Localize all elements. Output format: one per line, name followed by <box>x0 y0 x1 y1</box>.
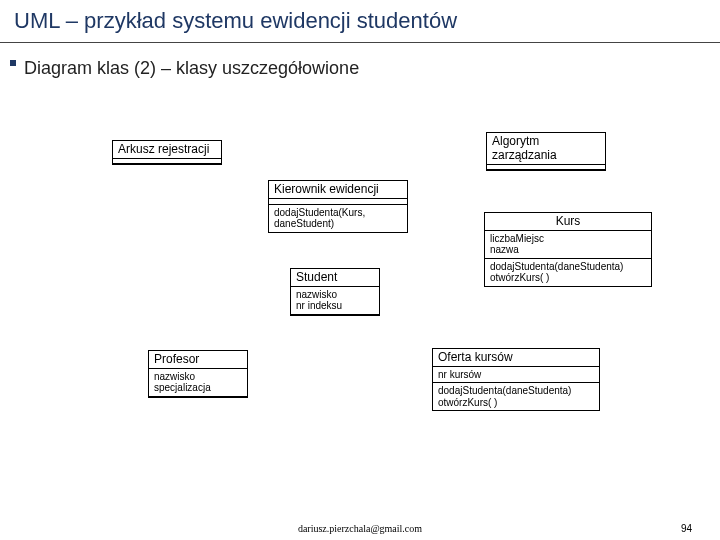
class-name: Arkusz rejestracji <box>113 141 221 159</box>
class-ops: dodajStudenta(daneStudenta)otwórzKurs( ) <box>433 383 599 410</box>
class-attrs: nr kursów <box>433 367 599 384</box>
class-ops: dodajStudenta(daneStudenta)otwórzKurs( ) <box>485 259 651 286</box>
class-arkusz: Arkusz rejestracji <box>112 140 222 165</box>
class-attrs: nazwiskospecjalizacja <box>149 369 247 397</box>
class-attrs <box>487 165 605 170</box>
class-name: Kierownik ewidencji <box>269 181 407 199</box>
class-oferta: Oferta kursów nr kursów dodajStudenta(da… <box>432 348 600 411</box>
class-attrs: liczbaMiejscnazwa <box>485 231 651 259</box>
class-attrs: nazwiskonr indeksu <box>291 287 379 315</box>
class-student: Student nazwiskonr indeksu <box>290 268 380 316</box>
class-profesor: Profesor nazwiskospecjalizacja <box>148 350 248 398</box>
slide-title: UML – przykład systemu ewidencji student… <box>14 8 457 34</box>
class-kierownik: Kierownik ewidencji dodajStudenta(Kurs, … <box>268 180 408 233</box>
class-name: Kurs <box>485 213 651 231</box>
class-kurs: Kurs liczbaMiejscnazwa dodajStudenta(dan… <box>484 212 652 287</box>
slide-subtitle: Diagram klas (2) – klasy uszczegółowione <box>24 58 359 79</box>
class-attrs <box>113 159 221 164</box>
bullet-icon <box>10 60 16 66</box>
class-ops: dodajStudenta(Kurs, daneStudent) <box>269 205 407 232</box>
class-name: Oferta kursów <box>433 349 599 367</box>
class-algorytm: Algorytm zarządzania <box>486 132 606 171</box>
title-divider <box>0 42 720 43</box>
class-name: Algorytm zarządzania <box>487 133 605 165</box>
page-number: 94 <box>681 523 692 534</box>
class-name: Profesor <box>149 351 247 369</box>
class-name: Student <box>291 269 379 287</box>
footer-email: dariusz.pierzchala@gmail.com <box>298 523 422 534</box>
